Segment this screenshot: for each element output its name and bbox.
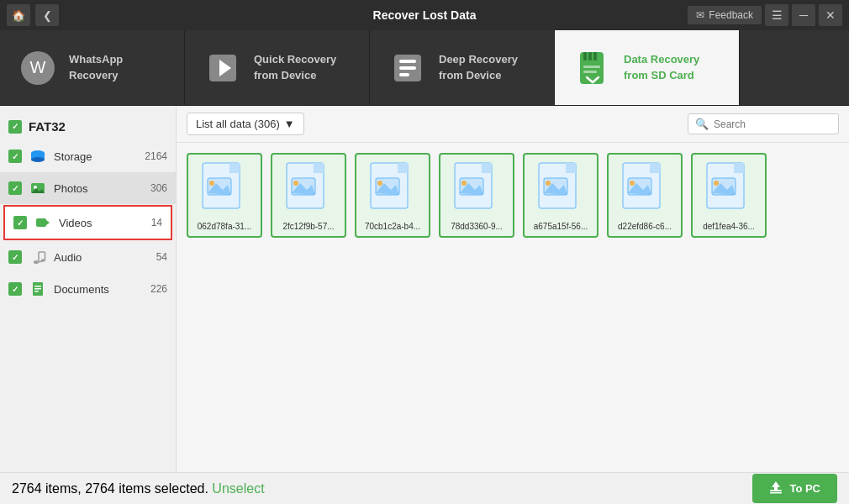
documents-checkbox[interactable] <box>8 282 22 296</box>
unselect-link[interactable]: Unselect <box>212 481 264 496</box>
file-thumbnail <box>447 160 506 218</box>
videos-icon <box>34 213 52 232</box>
svg-rect-29 <box>34 286 41 287</box>
file-thumbnail <box>615 160 674 218</box>
svg-point-39 <box>209 181 214 186</box>
storage-checkbox[interactable] <box>8 150 22 163</box>
deep-recovery-label: Deep Recoveryfrom Device <box>439 52 518 82</box>
file-item[interactable]: a675a15f-56... <box>523 153 599 238</box>
svg-rect-83 <box>734 163 744 173</box>
photos-count: 306 <box>150 182 167 194</box>
file-name: a675a15f-56... <box>534 222 588 231</box>
videos-count: 14 <box>151 217 162 228</box>
storage-label: Storage <box>54 150 138 163</box>
status-text-area: 2764 items, 2764 items selected. Unselec… <box>12 481 265 496</box>
tab-quick-recovery[interactable]: Quick Recoveryfrom Device <box>185 30 370 105</box>
svg-rect-12 <box>583 66 600 68</box>
feedback-button[interactable]: ✉ Feedback <box>688 6 762 24</box>
videos-checkbox[interactable] <box>13 216 27 229</box>
sidebar-item-photos[interactable]: Photos 306 <box>0 172 176 204</box>
svg-rect-7 <box>399 73 409 76</box>
file-item[interactable]: d22efd86-c6... <box>607 153 683 238</box>
titlebar: 🏠 ❮ Recover Lost Data ✉ Feedback ☰ ─ ✕ <box>0 0 849 30</box>
file-item[interactable]: 78dd3360-9... <box>439 153 514 238</box>
svg-rect-5 <box>399 60 416 63</box>
photos-checkbox[interactable] <box>8 181 22 195</box>
svg-rect-10 <box>588 52 592 60</box>
svg-rect-89 <box>770 492 782 494</box>
svg-point-16 <box>31 157 45 162</box>
file-thumbnail <box>531 160 590 218</box>
photos-label: Photos <box>54 182 144 195</box>
photos-icon <box>29 179 47 197</box>
whatsapp-tab-icon: W <box>17 47 59 89</box>
file-name: 70cb1c2a-b4... <box>365 222 420 231</box>
content-toolbar: List all data (306) ▼ 🔍 <box>177 106 849 143</box>
file-item[interactable]: 2fc12f9b-57... <box>271 153 346 238</box>
svg-rect-51 <box>398 163 408 173</box>
file-thumbnail <box>363 160 422 218</box>
menu-button[interactable]: ☰ <box>765 4 788 26</box>
quick-recovery-label: Quick Recoveryfrom Device <box>254 52 336 82</box>
svg-rect-6 <box>399 66 416 70</box>
file-item[interactable]: 062d78fa-31... <box>187 153 262 238</box>
status-text: 2764 items, 2764 items selected. <box>12 481 208 496</box>
sidebar-item-documents[interactable]: Documents 226 <box>0 273 176 305</box>
fat32-checkbox[interactable] <box>8 120 22 134</box>
file-item[interactable]: def1fea4-36... <box>691 153 767 238</box>
file-grid: 062d78fa-31... 2fc12f9b-57... 70cb1c <box>177 143 849 472</box>
to-pc-label: To PC <box>789 482 820 495</box>
documents-count: 226 <box>150 283 167 295</box>
whatsapp-tab-label: WhatsAppRecovery <box>69 52 123 82</box>
tab-sd-card[interactable]: Data Recoveryfrom SD Card <box>555 30 740 105</box>
svg-marker-21 <box>46 220 50 225</box>
to-pc-button[interactable]: To PC <box>752 474 837 503</box>
audio-icon <box>29 248 47 266</box>
titlebar-left: 🏠 ❮ <box>7 4 59 26</box>
close-button[interactable]: ✕ <box>819 4 842 26</box>
sidebar-item-storage[interactable]: Storage 2164 <box>0 140 176 172</box>
sidebar-item-videos[interactable]: Videos 14 <box>3 205 172 240</box>
feedback-label: Feedback <box>709 9 753 21</box>
svg-rect-11 <box>593 52 597 60</box>
svg-rect-43 <box>314 163 324 173</box>
home-button[interactable]: 🏠 <box>7 4 30 26</box>
statusbar: 2764 items, 2764 items selected. Unselec… <box>0 472 849 504</box>
file-name: d22efd86-c6... <box>618 222 672 231</box>
tab-deep-recovery[interactable]: Deep Recoveryfrom Device <box>370 30 555 105</box>
svg-point-18 <box>34 186 37 189</box>
upload-icon <box>769 480 783 496</box>
app-title: Recover Lost Data <box>373 8 477 22</box>
search-input[interactable] <box>714 118 831 130</box>
svg-rect-31 <box>34 291 39 292</box>
back-button[interactable]: ❮ <box>35 4 59 26</box>
sd-card-icon <box>572 47 614 89</box>
svg-rect-35 <box>229 163 240 173</box>
storage-icon <box>29 147 47 165</box>
audio-label: Audio <box>54 251 150 264</box>
search-icon: 🔍 <box>695 118 709 130</box>
file-thumbnail <box>279 160 338 218</box>
svg-point-47 <box>293 181 298 186</box>
file-thumbnail <box>195 160 254 218</box>
file-thumbnail <box>699 160 758 218</box>
svg-point-22 <box>34 260 39 264</box>
file-name: 78dd3360-9... <box>451 222 503 231</box>
search-box: 🔍 <box>688 113 839 134</box>
minimize-button[interactable]: ─ <box>792 4 815 26</box>
list-all-button[interactable]: List all data (306) ▼ <box>187 113 304 135</box>
drive-header: FAT32 <box>0 113 176 140</box>
documents-label: Documents <box>54 283 144 296</box>
tab-whatsapp[interactable]: W WhatsAppRecovery <box>0 30 185 105</box>
audio-count: 54 <box>156 251 167 263</box>
svg-point-55 <box>377 181 382 186</box>
sidebar-item-audio[interactable]: Audio 54 <box>0 241 176 273</box>
svg-point-71 <box>546 181 551 186</box>
svg-point-87 <box>714 181 719 186</box>
nav-tabs: W WhatsAppRecovery Quick Recoveryfrom De… <box>0 30 849 106</box>
svg-rect-67 <box>566 163 576 173</box>
storage-count: 2164 <box>145 150 167 162</box>
audio-checkbox[interactable] <box>8 250 22 264</box>
file-item[interactable]: 70cb1c2a-b4... <box>355 153 430 238</box>
list-all-label: List all data (306) <box>196 118 280 130</box>
